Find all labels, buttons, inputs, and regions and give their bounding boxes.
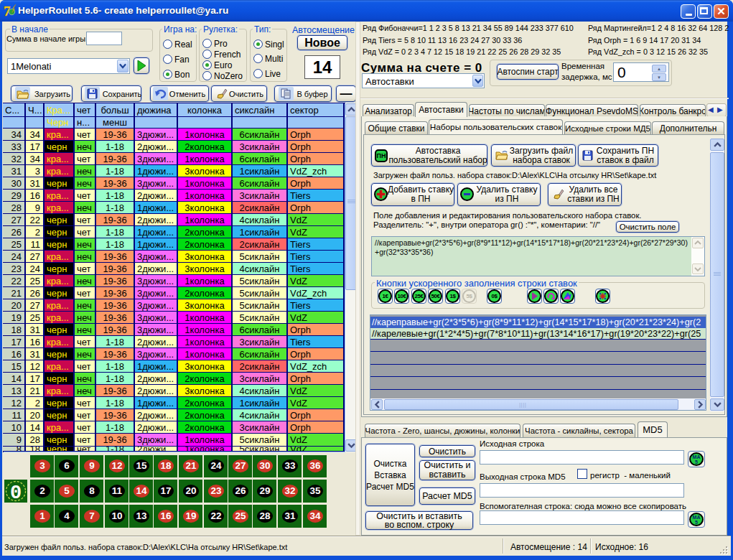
svg-text:0: 0 [10, 482, 22, 503]
